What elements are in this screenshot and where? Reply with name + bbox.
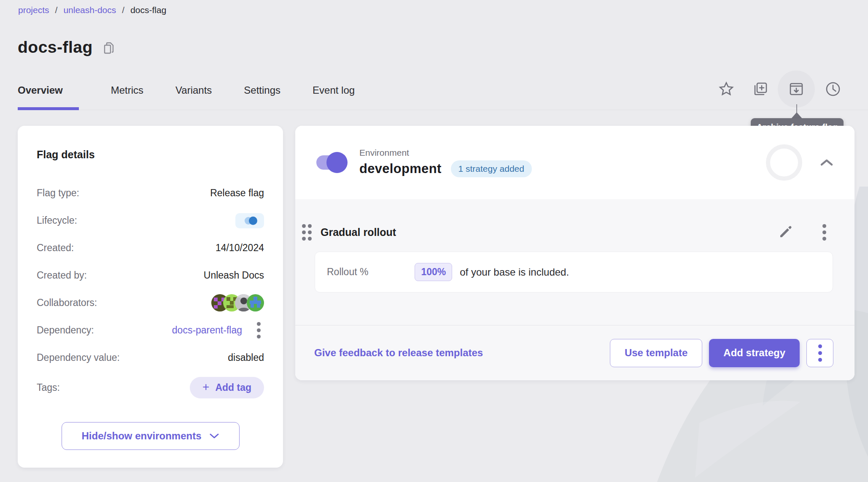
dependency-value-label: Dependency value: — [37, 352, 120, 363]
archive-feature-flag-icon[interactable] — [784, 77, 809, 101]
created-by-value: Unleash Docs — [204, 270, 264, 281]
tab-settings-label: Settings — [244, 84, 280, 96]
tab-event-log-label: Event log — [313, 84, 355, 96]
more-actions-button[interactable] — [806, 339, 833, 367]
breadcrumb-current: docs-flag — [130, 5, 166, 15]
copy-name-icon[interactable] — [102, 41, 116, 55]
environment-header: Environment development 1 strategy added — [295, 126, 855, 199]
environment-name: development — [359, 161, 442, 176]
copy-feature-flag-icon[interactable] — [748, 77, 772, 101]
add-tag-button[interactable]: + Add tag — [190, 377, 264, 398]
flag-details-card: Flag details Flag type: Release flag Lif… — [18, 126, 283, 468]
dependency-value: disabled — [228, 352, 264, 363]
collaborators-label: Collaborators: — [37, 297, 97, 309]
strategy-section: Gradual rollout Rollout % 100% of your b… — [295, 199, 855, 325]
page-title: docs-flag — [18, 38, 93, 57]
environment-label: Environment — [359, 148, 532, 158]
tab-overview-label: Overview — [18, 84, 63, 96]
use-template-button[interactable]: Use template — [610, 339, 702, 367]
dependency-value-row: Dependency value: disabled — [37, 344, 264, 371]
tab-bar: Overview Metrics Variants Settings Event… — [18, 79, 868, 110]
event-history-icon[interactable] — [821, 77, 845, 101]
plus-icon: + — [202, 380, 209, 394]
breadcrumb-project-name[interactable]: unleash-docs — [63, 5, 116, 15]
lifecycle-label: Lifecycle: — [37, 215, 77, 226]
tab-variants[interactable]: Variants — [159, 79, 228, 110]
metrics-ring — [766, 144, 802, 181]
lifecycle-stage-chip[interactable] — [235, 213, 264, 228]
collaborator-avatars[interactable] — [211, 294, 264, 311]
created-by-label: Created by: — [37, 270, 87, 281]
tab-variants-label: Variants — [175, 84, 212, 96]
add-strategy-button[interactable]: Add strategy — [709, 339, 800, 367]
rollout-summary: Rollout % 100% of your base is included. — [315, 252, 833, 292]
breadcrumb-separator: / — [55, 5, 58, 15]
strategy-count-badge: 1 strategy added — [451, 160, 532, 177]
tags-row: Tags: + Add tag — [37, 371, 264, 403]
tab-metrics[interactable]: Metrics — [95, 79, 159, 110]
created-by-row: Created by: Unleash Docs — [37, 262, 264, 289]
breadcrumb-separator: / — [122, 5, 124, 15]
flag-type-value: Release flag — [210, 187, 264, 199]
environment-toggle[interactable] — [316, 155, 345, 170]
flag-type-label: Flag type: — [37, 187, 79, 199]
environment-footer: Give feedback to release templates Use t… — [295, 325, 855, 380]
flag-details-title: Flag details — [37, 149, 264, 161]
dependency-label: Dependency: — [37, 325, 94, 336]
environment-card: Environment development 1 strategy added — [295, 126, 855, 380]
tab-overview[interactable]: Overview — [18, 79, 95, 110]
created-value: 14/10/2024 — [216, 242, 264, 254]
tab-settings[interactable]: Settings — [228, 79, 297, 110]
strategy-menu-icon[interactable] — [815, 223, 833, 241]
rollout-percentage-chip: 100% — [415, 263, 452, 281]
rollout-description: of your base is included. — [460, 266, 569, 278]
created-label: Created: — [37, 242, 74, 254]
rollout-label: Rollout % — [327, 266, 368, 278]
lifecycle-dot-solid — [249, 217, 257, 225]
avatar — [247, 294, 264, 311]
breadcrumb-projects[interactable]: projects — [18, 5, 49, 15]
strategy-title: Gradual rollout — [321, 226, 396, 238]
toggle-thumb — [326, 152, 348, 173]
dependency-row: Dependency: docs-parent-flag — [37, 317, 264, 344]
add-tag-label: Add tag — [215, 382, 251, 393]
collaborators-row: Collaborators: — [37, 289, 264, 317]
chevron-down-icon — [209, 430, 219, 442]
lifecycle-row: Lifecycle: — [37, 207, 264, 234]
dependency-link[interactable]: docs-parent-flag — [172, 325, 242, 336]
breadcrumb: projects / unleash-docs / docs-flag — [18, 5, 166, 15]
created-row: Created: 14/10/2024 — [37, 234, 264, 262]
tab-event-log[interactable]: Event log — [297, 79, 371, 110]
collapse-environment-icon[interactable] — [817, 153, 836, 172]
tab-metrics-label: Metrics — [111, 84, 143, 96]
feedback-link[interactable]: Give feedback to release templates — [314, 347, 483, 359]
active-tab-indicator — [18, 107, 79, 110]
dependency-menu-icon[interactable] — [253, 321, 264, 340]
hide-show-environments-button[interactable]: Hide/show environments — [62, 422, 240, 450]
hide-show-environments-label: Hide/show environments — [81, 430, 201, 442]
flag-type-row: Flag type: Release flag — [37, 179, 264, 207]
drag-handle-icon[interactable] — [300, 220, 313, 244]
tags-label: Tags: — [37, 382, 60, 393]
edit-strategy-icon[interactable] — [776, 223, 795, 241]
favorite-star-icon[interactable] — [714, 77, 739, 101]
